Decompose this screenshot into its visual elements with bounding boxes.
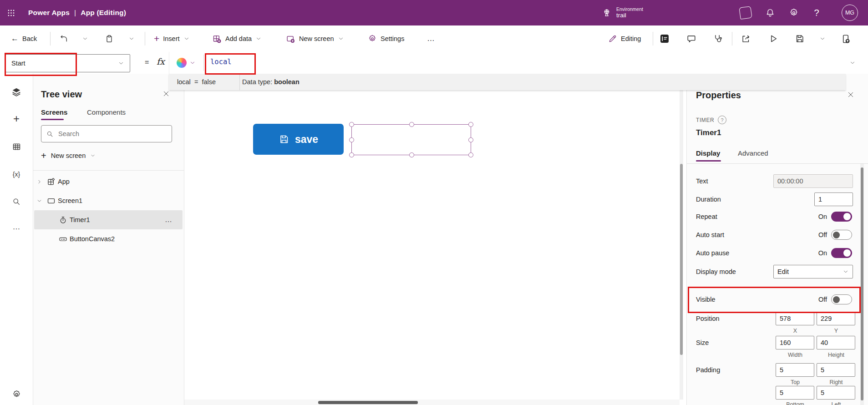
layers-icon xyxy=(11,87,21,97)
field-dropdown-display-mode[interactable]: Edit xyxy=(773,265,853,278)
field-input-width[interactable] xyxy=(776,336,814,349)
paste-dropdown-button[interactable] xyxy=(128,25,135,52)
tab-components[interactable]: Components xyxy=(87,108,126,116)
account-button[interactable]: MG xyxy=(840,0,860,25)
resize-handle-ne[interactable] xyxy=(468,122,473,127)
notifications-button[interactable] xyxy=(760,0,780,25)
field-input-height[interactable] xyxy=(817,336,855,349)
formula-text[interactable]: local xyxy=(210,58,232,66)
formula-input-area[interactable] xyxy=(169,52,868,74)
settings-header-button[interactable] xyxy=(784,0,804,25)
scrollbar-thumb[interactable] xyxy=(318,401,418,404)
plus-icon: + xyxy=(13,112,20,125)
settings-button[interactable]: Settings xyxy=(368,25,404,52)
tree-item-buttoncanvas2[interactable]: ButtonCanvas2 xyxy=(34,229,183,248)
field-input-position-y[interactable] xyxy=(817,312,855,325)
undo-dropdown-button[interactable] xyxy=(82,25,88,52)
chevron-down-icon[interactable] xyxy=(34,198,44,204)
canvas-vertical-scrollbar[interactable] xyxy=(680,74,683,400)
tab-screens[interactable]: Screens xyxy=(41,108,67,116)
resize-handle-n[interactable] xyxy=(409,122,414,127)
insert-button[interactable]: + Insert xyxy=(154,25,190,52)
chevron-right-icon[interactable] xyxy=(34,179,44,185)
rail-more-button[interactable]: … xyxy=(0,217,33,237)
chevron-down-icon xyxy=(82,35,88,42)
undo-button[interactable] xyxy=(59,25,68,52)
toggle-repeat[interactable] xyxy=(831,212,852,222)
formula-expand-button[interactable] xyxy=(849,52,856,74)
new-screen-button[interactable]: New screen xyxy=(286,25,344,52)
tree-item-screen1[interactable]: Screen1 xyxy=(34,191,183,210)
field-input-padding-right[interactable] xyxy=(817,363,855,377)
app-launcher-button[interactable] xyxy=(0,0,22,25)
toggle-auto-pause[interactable] xyxy=(831,248,852,258)
canvas-save-button[interactable]: save xyxy=(253,124,344,155)
resize-handle-se[interactable] xyxy=(468,152,473,157)
rail-data-button[interactable] xyxy=(0,137,33,157)
help-button[interactable]: ? xyxy=(807,0,827,25)
tab-display[interactable]: Display xyxy=(696,149,720,157)
sublabel-width: Width xyxy=(776,352,815,358)
property-selector[interactable]: Start xyxy=(5,54,130,72)
comments-button[interactable] xyxy=(686,25,696,52)
resize-handle-w[interactable] xyxy=(349,137,354,142)
resize-handle-sw[interactable] xyxy=(349,152,354,157)
item-menu-button[interactable]: … xyxy=(165,216,173,224)
app-checker-button[interactable] xyxy=(713,25,723,52)
resize-handle-nw[interactable] xyxy=(349,122,354,127)
field-input-position-x[interactable] xyxy=(776,312,814,325)
tree-item-timer1[interactable]: Timer1 … xyxy=(34,210,183,229)
chevron-down-icon xyxy=(338,35,344,42)
divider xyxy=(33,170,184,171)
copilot-button[interactable] xyxy=(736,0,756,25)
toggle-auto-start[interactable] xyxy=(831,230,852,240)
rail-settings-button[interactable] xyxy=(0,384,33,404)
field-input-padding-top[interactable] xyxy=(776,363,814,377)
environment-picker[interactable]: Environment trail xyxy=(602,0,643,25)
field-input-padding-left[interactable] xyxy=(817,386,855,400)
editing-mode-button[interactable]: Editing xyxy=(608,25,641,52)
add-data-button[interactable]: Add data xyxy=(212,25,262,52)
save-dropdown-button[interactable] xyxy=(819,25,826,52)
canvas-horizontal-scrollbar[interactable] xyxy=(184,400,680,405)
tree-item-label: Timer1 xyxy=(70,216,90,223)
field-label-duration: Duration xyxy=(696,196,721,203)
rail-tree-view-button[interactable] xyxy=(0,82,33,102)
app-header: Power Apps|App (Editing) Environment tra… xyxy=(0,0,868,25)
field-input-padding-bottom[interactable] xyxy=(776,386,814,400)
save-app-button[interactable] xyxy=(795,25,805,52)
resize-handle-e[interactable] xyxy=(468,137,473,142)
publish-button[interactable] xyxy=(840,25,851,52)
app-notes-button[interactable] xyxy=(659,25,670,52)
tree-item-app[interactable]: App xyxy=(34,172,183,191)
preview-button[interactable] xyxy=(768,25,778,52)
toggle-visible[interactable] xyxy=(831,294,852,304)
tree-item-label: App xyxy=(58,178,70,185)
chevron-down-icon[interactable] xyxy=(189,60,196,66)
tab-advanced[interactable]: Advanced xyxy=(738,149,768,157)
rail-search-button[interactable] xyxy=(0,192,33,212)
avatar: MG xyxy=(842,5,858,21)
tree-new-screen-button[interactable]: + New screen xyxy=(41,148,96,163)
tree-view-close-button[interactable] xyxy=(162,90,170,97)
properties-scrollbar[interactable] xyxy=(860,164,864,405)
copilot-icon xyxy=(739,6,752,19)
resize-handle-s[interactable] xyxy=(409,152,414,157)
formula-bar: Start = fx local xyxy=(0,52,868,74)
help-circle-icon[interactable]: ? xyxy=(718,116,726,124)
rail-insert-button[interactable]: + xyxy=(0,109,33,129)
back-button[interactable]: ← Back xyxy=(11,25,37,52)
scrollbar-thumb[interactable] xyxy=(861,167,863,400)
scrollbar-thumb[interactable] xyxy=(680,164,683,355)
field-input-text[interactable] xyxy=(773,174,853,188)
paste-button[interactable] xyxy=(105,25,114,52)
rail-variables-button[interactable]: {x} xyxy=(0,164,33,184)
add-data-label: Add data xyxy=(225,35,252,42)
field-input-duration[interactable] xyxy=(814,192,853,206)
overflow-button[interactable]: … xyxy=(427,25,435,52)
timer-control-selection[interactable] xyxy=(351,124,471,155)
display-mode-value: Edit xyxy=(777,268,789,275)
properties-close-button[interactable] xyxy=(847,91,854,98)
share-button[interactable] xyxy=(741,25,751,52)
tree-search-input[interactable] xyxy=(57,130,167,138)
